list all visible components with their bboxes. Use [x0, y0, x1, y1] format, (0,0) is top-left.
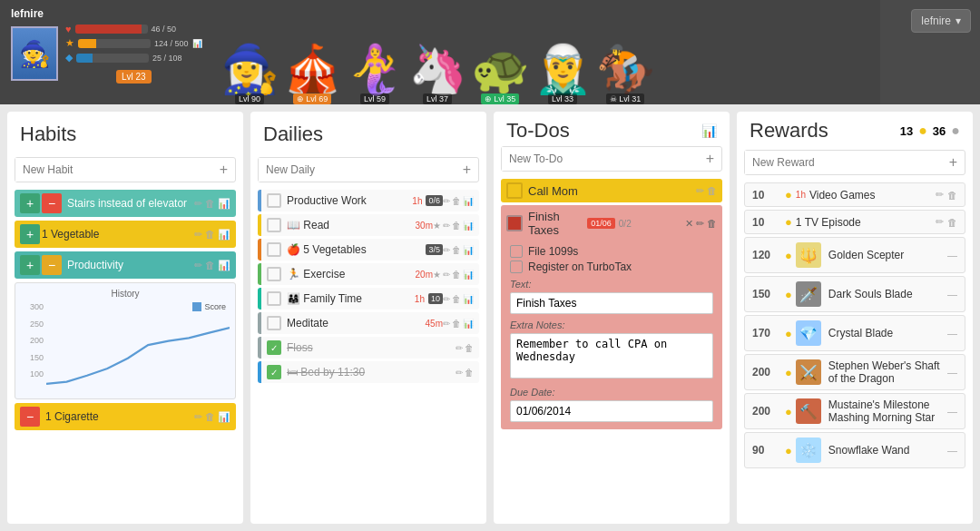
delete-icon[interactable]: —	[947, 250, 957, 261]
edit-icon[interactable]: ✏	[456, 368, 463, 378]
chart-icon[interactable]: 📊	[463, 196, 474, 206]
user-dropdown[interactable]: lefnire ▾	[911, 9, 971, 33]
chart-icon[interactable]: 📊	[463, 245, 474, 255]
edit-icon[interactable]: ✏	[456, 343, 463, 353]
productivity-chart: History 300 250 200 150 100 Score	[15, 282, 236, 399]
delete-icon[interactable]: 🗑	[205, 411, 215, 423]
chart-icon[interactable]: 📊	[218, 411, 230, 423]
delete-icon[interactable]: 🗑	[465, 368, 474, 378]
chart-icon[interactable]: 📊	[463, 319, 474, 329]
habit-plus-button[interactable]: +	[20, 255, 40, 275]
daily-checkbox[interactable]	[267, 242, 281, 257]
edit-icon[interactable]: ✏	[443, 245, 450, 255]
delete-icon[interactable]: 🗑	[452, 221, 461, 231]
delete-icon[interactable]: —	[947, 289, 957, 300]
delete-icon[interactable]: 🗑	[205, 229, 215, 241]
char-4[interactable]: 🦄 Lvl 37	[408, 45, 467, 104]
delete-icon[interactable]: 🗑	[707, 218, 717, 230]
delete-icon[interactable]: —	[947, 328, 957, 339]
habit-minus-button[interactable]: −	[42, 193, 62, 213]
reward-cost: 90	[752, 444, 779, 457]
due-date-label: Due Date:	[510, 387, 713, 398]
dailies-header: Dailies	[250, 112, 486, 153]
daily-checkbox[interactable]: ✓	[267, 340, 281, 355]
new-habit-input[interactable]	[15, 158, 212, 182]
chart-icon[interactable]: 📊	[463, 270, 474, 280]
reward-item: 200 ● ⚔️ Stephen Weber's Shaft of the Dr…	[744, 354, 965, 390]
top-bar: lefnire 🧙 ♥ 46 / 50 ★ 124 / 500 📊 ◆	[0, 0, 980, 104]
todo-notes-textarea[interactable]: Remember to call CPA on Wednesday	[510, 333, 713, 379]
daily-checkbox[interactable]	[267, 218, 281, 232]
daily-checkbox[interactable]	[267, 193, 281, 208]
edit-icon[interactable]: ✏	[443, 270, 450, 280]
chart-icon[interactable]: 📊	[463, 294, 474, 304]
reward-cost: 150	[752, 288, 779, 300]
todo-subtask: File 1099s	[510, 245, 713, 258]
edit-icon[interactable]: ✏	[194, 229, 202, 241]
chart-icon[interactable]: 📊	[218, 198, 230, 210]
delete-icon[interactable]: 🗑	[465, 343, 474, 353]
edit-icon[interactable]: ✏	[443, 196, 450, 206]
delete-icon[interactable]: —	[947, 406, 957, 417]
delete-icon[interactable]: 🗑	[205, 198, 215, 210]
char-1[interactable]: 🧙‍♀️ Lvl 90	[220, 45, 279, 104]
habit-plus-button[interactable]: +	[20, 224, 40, 244]
delete-icon[interactable]: 🗑	[947, 190, 957, 201]
daily-checkbox[interactable]	[267, 267, 281, 281]
char-5[interactable]: 🐢 ⊕ Lvl 35	[471, 45, 530, 104]
subtask-checkbox[interactable]	[510, 261, 523, 273]
edit-icon[interactable]: ✏	[194, 411, 202, 423]
chart-icon[interactable]: 📊	[701, 123, 717, 138]
new-reward-input[interactable]	[745, 151, 942, 174]
edit-icon[interactable]: ✏	[194, 260, 202, 271]
delete-icon[interactable]: 🗑	[205, 260, 215, 271]
add-reward-button[interactable]: +	[942, 151, 965, 174]
habit-minus-button[interactable]: −	[42, 255, 62, 275]
daily-checkbox[interactable]	[267, 316, 281, 330]
daily-checkbox[interactable]: ✓	[267, 365, 281, 379]
todo-checkbox[interactable]	[506, 215, 523, 231]
delete-icon[interactable]: —	[947, 445, 957, 456]
habit-plus-button[interactable]: +	[20, 193, 40, 213]
due-date-input[interactable]	[510, 400, 713, 422]
delete-icon[interactable]: 🗑	[452, 319, 461, 329]
new-daily-input[interactable]	[259, 158, 456, 182]
user-avatar[interactable]: 🧙	[11, 26, 58, 81]
todo-checkbox[interactable]	[506, 182, 523, 199]
new-todo-input[interactable]	[502, 147, 699, 171]
char-6[interactable]: 🧝‍♂️ Lvl 33	[534, 45, 593, 104]
delete-icon[interactable]: 🗑	[947, 217, 957, 228]
add-habit-button[interactable]: +	[212, 158, 235, 182]
chart-icon[interactable]: 📊	[218, 260, 230, 271]
edit-icon[interactable]: ✏	[443, 221, 450, 231]
delete-icon[interactable]: 🗑	[452, 245, 461, 255]
delete-icon[interactable]: 🗑	[707, 185, 717, 197]
delete-icon[interactable]: —	[947, 367, 957, 378]
reward-cost: 10	[752, 189, 779, 202]
edit-icon[interactable]: ✏	[936, 189, 944, 201]
delete-icon[interactable]: 🗑	[452, 294, 461, 304]
habit-minus-button[interactable]: −	[20, 407, 40, 427]
todo-text-input[interactable]	[510, 292, 713, 314]
chart-icon[interactable]: 📊	[463, 221, 474, 231]
char-3[interactable]: 🧜‍♀️ Lvl 59	[346, 45, 405, 104]
times-icon[interactable]: ✕	[685, 218, 693, 230]
delete-icon[interactable]: 🗑	[452, 196, 461, 206]
subtask-checkbox[interactable]	[510, 245, 523, 258]
edit-icon[interactable]: ✏	[443, 319, 450, 329]
edit-icon[interactable]: ✏	[696, 185, 704, 197]
char-7[interactable]: 🏇 ☠ Lvl 31	[596, 45, 655, 104]
add-daily-button[interactable]: +	[456, 158, 478, 182]
delete-icon[interactable]: 🗑	[452, 270, 461, 280]
edit-icon[interactable]: ✏	[443, 294, 450, 304]
char-2[interactable]: 🎪 ⊕ Lvl 69	[283, 45, 342, 104]
edit-icon[interactable]: ✏	[194, 198, 202, 210]
reward-label: Video Games	[809, 189, 932, 202]
chart-icon[interactable]: 📊	[218, 229, 230, 241]
habit-item: − 1 Cigarette ✏ 🗑 📊	[15, 403, 236, 430]
reward-cost: 200	[752, 405, 779, 418]
edit-icon[interactable]: ✏	[696, 218, 704, 230]
add-todo-button[interactable]: +	[699, 147, 721, 171]
daily-checkbox[interactable]	[267, 291, 281, 306]
edit-icon[interactable]: ✏	[936, 216, 944, 228]
